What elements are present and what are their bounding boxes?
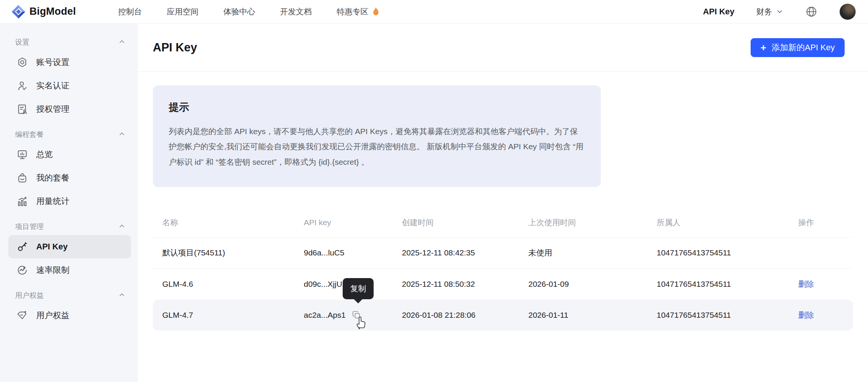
package-bag-icon [17,172,28,184]
account-settings-icon [17,57,28,68]
cell-last-used: 未使用 [519,247,647,258]
hand-cursor-icon [354,314,369,332]
cell-created: 2025-12-11 08:42:35 [392,248,519,257]
chevron-up-icon [118,291,126,300]
cell-owner: 10471765413754511 [647,280,789,289]
globe-icon[interactable] [805,6,817,18]
cell-api-key: 9d6a...luC5 [304,248,344,257]
key-icon [17,241,28,252]
nav-item-app-space[interactable]: 应用空间 [167,6,199,17]
page-header: API Key + 添加新的API Key [138,23,868,72]
api-key-table: 名称 API key 创建时间 上次使用时间 所属人 操作 默认项目(75451… [153,208,853,331]
plus-icon: + [760,43,766,53]
sidebar-item-usage-stats[interactable]: 用量统计 [8,190,131,213]
brand[interactable]: BigModel [11,5,76,19]
monitor-icon [17,149,28,160]
col-header-name: 名称 [153,217,294,228]
content-area: 提示 列表内是您的全部 API keys，请不要与他人共享您的 API Keys… [138,72,868,331]
add-api-key-button[interactable]: + 添加新的API Key [751,38,845,57]
sidebar-item-authorization[interactable]: 授权管理 [8,97,131,121]
table-row: GLM-4.7 ac2a...Aps1 2026-01-08 21:28:06 … [153,300,853,331]
col-header-last-used: 上次使用时间 [519,217,647,228]
nav-item-special-offers[interactable]: 特惠专区 [337,6,380,17]
sidebar-item-rate-limit[interactable]: 速率限制 [8,258,131,282]
main-content: API Key + 添加新的API Key 提示 列表内是您的全部 API ke… [138,23,868,382]
table-row: 默认项目(754511) 9d6a...luC5 2025-12-11 08:4… [153,238,853,269]
cell-owner: 10471765413754511 [647,311,789,320]
authorization-icon [17,104,28,115]
table-row: GLM-4.6 d09c...XjjU 2025-12-11 08:50:32 … [153,269,853,300]
sidebar-section-coding-plan[interactable]: 编程套餐 [8,126,131,143]
nav-item-console[interactable]: 控制台 [118,6,142,17]
delete-link[interactable]: 删除 [798,280,814,288]
col-header-owner: 所属人 [647,217,789,228]
cell-owner: 10471765413754511 [647,248,789,257]
table-header-row: 名称 API key 创建时间 上次使用时间 所属人 操作 [153,208,853,238]
person-verify-icon [17,80,28,91]
cell-created: 2025-12-11 08:50:32 [392,280,519,289]
gem-icon [17,310,28,321]
bigmodel-logo-icon [11,5,26,19]
flame-icon [371,7,380,17]
chevron-down-icon [776,8,783,15]
cell-name: GLM-4.7 [153,311,294,320]
page-title: API Key [153,41,197,54]
usage-chart-icon [17,196,28,207]
chevron-up-icon [118,130,126,139]
cell-name: GLM-4.6 [153,280,294,289]
cell-created: 2026-01-08 21:28:06 [392,311,519,320]
col-header-created: 创建时间 [392,217,519,228]
chevron-up-icon [118,38,126,47]
col-header-actions: 操作 [789,217,853,228]
cell-last-used: 2026-01-11 [519,311,647,320]
sidebar-section-user-benefits[interactable]: 用户权益 [8,287,131,304]
nav-item-api-key-active[interactable]: API Key [703,7,734,17]
cell-api-key: ac2a...Aps1 [304,311,346,320]
tip-title: 提示 [169,101,585,114]
primary-nav: 控制台 应用空间 体验中心 开发文档 特惠专区 [118,6,380,17]
navbar-right: API Key 财务 [703,3,856,20]
cell-api-key: d09c...XjjU [304,280,342,289]
sidebar-item-account-settings[interactable]: 账号设置 [8,51,131,74]
nav-item-experience-center[interactable]: 体验中心 [223,6,255,17]
sidebar-item-user-benefits[interactable]: 用户权益 [8,304,131,327]
top-navbar: BigModel 控制台 应用空间 体验中心 开发文档 特惠专区 API Key… [0,0,868,23]
tip-card: 提示 列表内是您的全部 API keys，请不要与他人共享您的 API Keys… [153,85,601,187]
brand-name: BigModel [29,6,76,17]
sidebar-section-project-management[interactable]: 项目管理 [8,218,131,235]
sidebar: 设置 账号设置 实名认证 [0,23,138,382]
sidebar-item-overview[interactable]: 总览 [8,143,131,166]
cell-name: 默认项目(754511) [153,247,294,258]
page-layout: 设置 账号设置 实名认证 [0,23,868,382]
sidebar-section-settings[interactable]: 设置 [8,34,131,51]
rate-limit-icon [17,264,28,276]
sidebar-item-my-plan[interactable]: 我的套餐 [8,166,131,190]
nav-item-dev-docs[interactable]: 开发文档 [280,6,312,17]
sidebar-item-api-key[interactable]: API Key [8,235,131,258]
nav-finance-dropdown[interactable]: 财务 [756,6,783,17]
user-avatar[interactable] [839,3,856,20]
chevron-up-icon [118,222,126,231]
sidebar-item-identity-verification[interactable]: 实名认证 [8,74,131,97]
delete-link[interactable]: 删除 [798,311,814,319]
col-header-api-key: API key [294,218,392,227]
cell-last-used: 2026-01-09 [519,280,647,289]
tip-body: 列表内是您的全部 API keys，请不要与他人共享您的 API Keys，避免… [169,124,585,170]
copy-tooltip: 复制 [343,278,374,299]
